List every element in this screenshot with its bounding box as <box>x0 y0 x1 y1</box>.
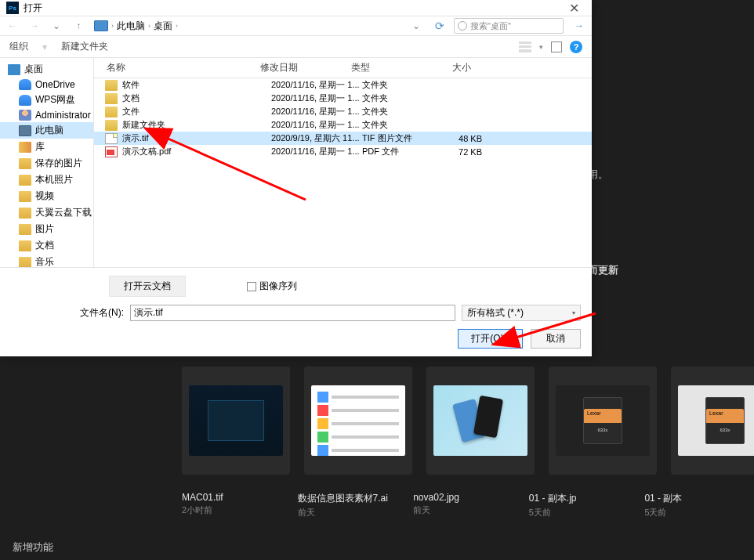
file-list-header[interactable]: 名称 修改日期 类型 大小 <box>94 58 592 78</box>
column-type[interactable]: 类型 <box>351 61 426 74</box>
file-row[interactable]: 软件2020/11/16, 星期一 1...文件夹 <box>94 78 592 92</box>
thumbnail[interactable] <box>304 367 412 475</box>
tif-icon <box>105 133 118 144</box>
tree-label: 保存的图片 <box>35 157 82 170</box>
file-rows: 软件2020/11/16, 星期一 1...文件夹文档2020/11/16, 星… <box>94 78 592 267</box>
open-cloud-button[interactable]: 打开云文档 <box>109 276 186 297</box>
open-button[interactable]: 打开(O) ▾ <box>458 329 523 349</box>
breadcrumb[interactable]: › 此电脑 › 桌面 › <box>94 20 401 33</box>
pc-icon <box>94 20 108 31</box>
file-name: 文档 <box>122 92 271 104</box>
tree-desktop[interactable]: 桌面 <box>0 61 93 78</box>
organize-button[interactable]: 组织 <box>9 40 28 53</box>
tree-music[interactable]: 音乐 <box>0 254 93 267</box>
thumbnail[interactable] <box>182 367 290 475</box>
file-row[interactable]: 演示文稿.pdf2020/11/16, 星期一 1...PDF 文件72 KB <box>94 145 592 158</box>
thumbnail-image: Lexar633x <box>678 385 754 456</box>
nav-forward-icon[interactable]: → <box>28 20 41 32</box>
close-button[interactable]: ✕ <box>563 1 585 16</box>
tree-videos[interactable]: 视频 <box>0 188 93 204</box>
folder-icon <box>19 175 31 186</box>
chevron-down-icon[interactable]: ▾ <box>539 43 543 51</box>
filename-input[interactable] <box>130 305 455 321</box>
tree-wps[interactable]: WPS网盘 <box>0 92 93 108</box>
tree-label: WPS网盘 <box>35 93 75 107</box>
checkbox-label: 图像序列 <box>259 280 297 293</box>
tree-local-pics[interactable]: 本机照片 <box>0 172 93 188</box>
file-list: 名称 修改日期 类型 大小 软件2020/11/16, 星期一 1...文件夹文… <box>94 58 592 267</box>
thumb-title: MAC01.tif <box>182 492 284 503</box>
new-section-header: 新增功能 <box>13 540 53 555</box>
column-name[interactable]: 名称 <box>94 61 260 74</box>
tree-onedrive[interactable]: OneDrive <box>0 78 93 92</box>
folder-icon <box>19 191 31 202</box>
tree-saved-pics[interactable]: 保存的图片 <box>0 155 93 172</box>
breadcrumb-item[interactable]: 此电脑 <box>117 20 145 33</box>
help-icon[interactable]: ? <box>570 41 582 53</box>
tree-label: 音乐 <box>35 255 54 267</box>
refresh-icon[interactable]: ⟳ <box>435 20 444 32</box>
file-row[interactable]: 文件2020/11/16, 星期一 1...文件夹 <box>94 105 592 118</box>
tree-label: 桌面 <box>24 63 43 76</box>
tree-label: 库 <box>35 140 45 154</box>
file-name: 演示文稿.pdf <box>122 146 271 157</box>
chevron-right-icon[interactable]: › <box>176 22 178 30</box>
tree-documents[interactable]: 文档 <box>0 237 93 254</box>
filter-dropdown[interactable]: 所有格式 (*.*) <box>462 305 581 321</box>
thumbnail[interactable]: Lexar633x <box>549 367 657 475</box>
folder-icon <box>105 80 118 91</box>
tree-library[interactable]: 库 <box>0 139 93 155</box>
breadcrumb-item[interactable]: 桌面 <box>154 20 172 33</box>
open-file-dialog: Ps 打开 ✕ ← → ⌄ ↑ › 此电脑 › 桌面 › ⌄ ⟳ 搜索"桌面" … <box>0 0 592 356</box>
thumbnail-image: Lexar633x <box>556 385 650 456</box>
file-name: 新建文件夹 <box>122 119 271 131</box>
tree-label: 此电脑 <box>35 124 63 137</box>
thumbnail[interactable] <box>426 367 535 475</box>
file-date: 2020/11/16, 星期一 1... <box>271 92 362 104</box>
tree-pictures[interactable]: 图片 <box>0 221 93 237</box>
file-date: 2020/9/19, 星期六 11... <box>271 132 362 144</box>
thumb-time: 前天 <box>298 507 400 518</box>
file-row[interactable]: 演示.tif2020/9/19, 星期六 11...TIF 图片文件48 KB <box>94 132 592 145</box>
thumb-time: 前天 <box>413 504 515 516</box>
tree-label: 图片 <box>35 222 54 236</box>
view-mode-icon[interactable] <box>519 42 531 52</box>
file-name: 文件 <box>122 106 271 117</box>
thumbnail[interactable]: Lexar633x <box>671 367 754 475</box>
chevron-down-icon[interactable]: ⌄ <box>410 20 422 32</box>
dialog-titlebar[interactable]: Ps 打开 ✕ <box>0 0 592 16</box>
image-sequence-checkbox[interactable]: 图像序列 <box>247 280 297 293</box>
toolbar: 组织 ▾ 新建文件夹 ▾ ? <box>0 36 592 58</box>
file-row[interactable]: 文档2020/11/16, 星期一 1...文件夹 <box>94 92 592 105</box>
folder-icon <box>19 240 31 251</box>
folder-icon <box>19 224 31 235</box>
tree-tianyi[interactable]: 天翼云盘下载 <box>0 204 93 221</box>
library-icon <box>19 142 31 153</box>
tree-this-pc[interactable]: 此电脑 <box>0 122 93 139</box>
nav-back-icon[interactable]: ← <box>6 20 19 32</box>
search-input[interactable]: 搜索"桌面" <box>454 18 564 34</box>
file-type: PDF 文件 <box>362 146 437 157</box>
new-folder-button[interactable]: 新建文件夹 <box>61 40 108 53</box>
column-date[interactable]: 修改日期 <box>260 61 351 74</box>
dialog-title: 打开 <box>24 2 42 15</box>
dialog-footer: 打开云文档 图像序列 文件名(N): 所有格式 (*.*) 打开(O) ▾ 取消 <box>0 267 592 356</box>
nav-up-icon[interactable]: ↑ <box>72 20 85 32</box>
pc-icon <box>19 125 31 136</box>
thumb-time: 5天前 <box>529 507 631 518</box>
chevron-right-icon[interactable]: › <box>111 22 114 30</box>
column-size[interactable]: 大小 <box>426 61 477 74</box>
tree-admin[interactable]: Administrator <box>0 108 93 122</box>
file-name: 软件 <box>122 79 271 91</box>
chevron-right-icon[interactable]: › <box>148 22 150 30</box>
preview-pane-icon[interactable] <box>551 42 562 52</box>
file-type: 文件夹 <box>362 92 437 104</box>
search-icon[interactable]: → <box>573 20 585 32</box>
thumb-title: 01 - 副本 <box>644 492 746 505</box>
file-row[interactable]: 新建文件夹2020/11/16, 星期一 1...文件夹 <box>94 118 592 132</box>
tree-label: 本机照片 <box>35 173 73 186</box>
folder-tree[interactable]: 桌面 OneDrive WPS网盘 Administrator 此电脑 库 保存… <box>0 58 94 267</box>
chevron-down-icon[interactable]: ⌄ <box>50 20 63 32</box>
cancel-button[interactable]: 取消 <box>531 329 581 349</box>
tree-label: 文档 <box>35 239 54 252</box>
